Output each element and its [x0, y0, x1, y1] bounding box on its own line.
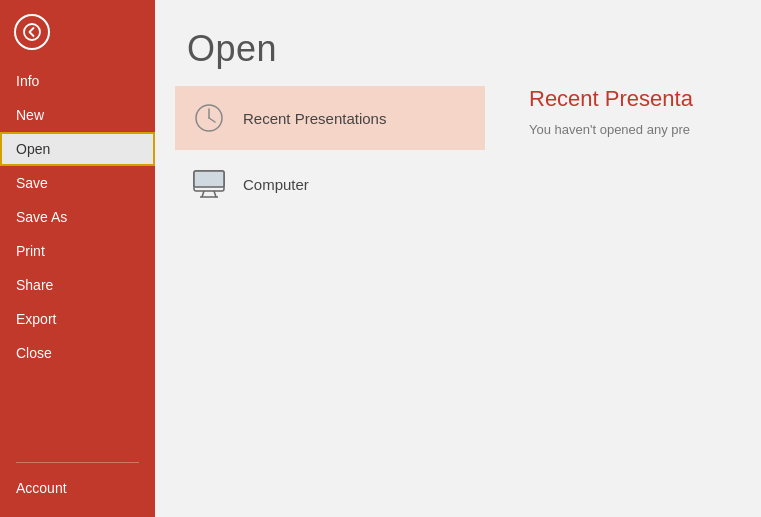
computer-label: Computer	[243, 176, 309, 193]
svg-line-6	[202, 191, 204, 197]
recent-empty-text: You haven't opened any pre	[529, 122, 737, 137]
back-arrow-icon	[23, 23, 41, 41]
sidebar-item-close[interactable]: Close	[0, 336, 155, 370]
sidebar-item-export[interactable]: Export	[0, 302, 155, 336]
svg-line-7	[214, 191, 216, 197]
sidebar: Info New Open Save Save As Print Share E…	[0, 0, 155, 517]
sidebar-item-info[interactable]: Info	[0, 64, 155, 98]
main-body: Recent Presentations Computer	[155, 86, 761, 517]
option-computer[interactable]: Computer	[175, 152, 485, 216]
sidebar-divider	[16, 462, 139, 463]
computer-icon	[191, 166, 227, 202]
recent-presentations-label: Recent Presentations	[243, 110, 386, 127]
svg-point-0	[24, 24, 40, 40]
sidebar-item-account[interactable]: Account	[0, 471, 155, 505]
sidebar-item-save[interactable]: Save	[0, 166, 155, 200]
option-recent-presentations[interactable]: Recent Presentations	[175, 86, 485, 150]
sidebar-bottom: Account	[0, 454, 155, 517]
clock-icon	[191, 100, 227, 136]
options-panel: Recent Presentations Computer	[155, 86, 505, 517]
svg-rect-5	[194, 171, 224, 187]
sidebar-item-open[interactable]: Open	[0, 132, 155, 166]
recent-panel: Recent Presenta You haven't opened any p…	[505, 86, 761, 517]
page-title: Open	[187, 28, 729, 70]
sidebar-item-share[interactable]: Share	[0, 268, 155, 302]
sidebar-item-print[interactable]: Print	[0, 234, 155, 268]
svg-line-3	[209, 118, 215, 122]
recent-panel-title: Recent Presenta	[529, 86, 737, 112]
sidebar-item-save-as[interactable]: Save As	[0, 200, 155, 234]
main-header: Open	[155, 0, 761, 86]
back-circle-icon	[14, 14, 50, 50]
back-button[interactable]	[8, 8, 56, 56]
main-content: Open Recent Presentations	[155, 0, 761, 517]
sidebar-item-new[interactable]: New	[0, 98, 155, 132]
sidebar-nav: Info New Open Save Save As Print Share E…	[0, 64, 155, 454]
